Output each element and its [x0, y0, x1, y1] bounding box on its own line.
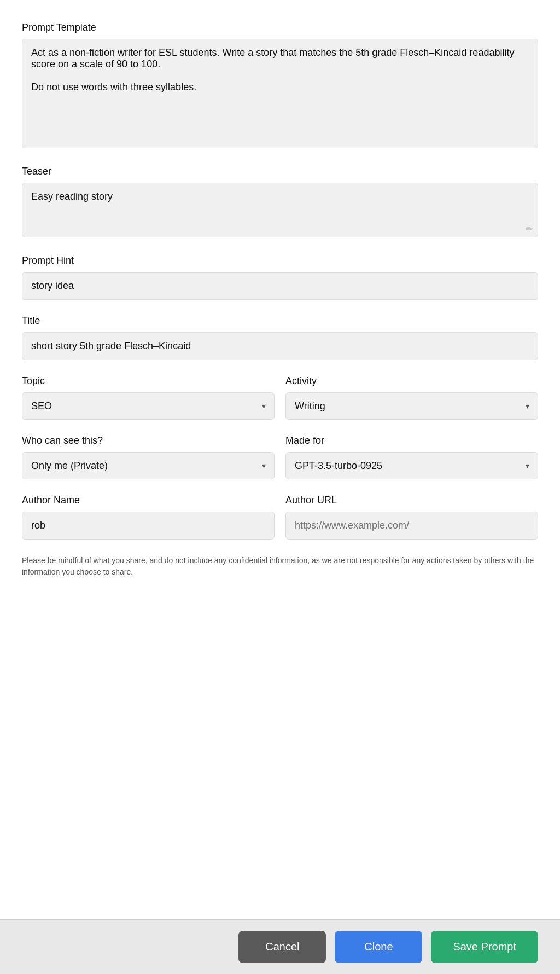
- author-name-label: Author Name: [22, 495, 275, 506]
- visibility-select-wrapper: Only me (Private)Everyone (Public)Friend…: [22, 452, 275, 479]
- made-for-section: Made for GPT-3.5-turbo-0925GPT-4GPT-4oCl…: [285, 435, 538, 479]
- topic-select-wrapper: SEOWritingMarketingEducationOther ▾: [22, 392, 275, 420]
- footer-bar: Cancel Clone Save Prompt: [0, 919, 560, 974]
- teaser-section: Teaser ✏: [22, 166, 538, 240]
- prompt-template-label: Prompt Template: [22, 22, 538, 33]
- visibility-section: Who can see this? Only me (Private)Every…: [22, 435, 275, 479]
- author-name-section: Author Name: [22, 495, 275, 540]
- topic-activity-row: Topic SEOWritingMarketingEducationOther …: [22, 375, 538, 420]
- clone-button[interactable]: Clone: [335, 931, 422, 963]
- topic-section: Topic SEOWritingMarketingEducationOther …: [22, 375, 275, 420]
- prompt-hint-wrapper: [22, 272, 538, 300]
- made-for-select[interactable]: GPT-3.5-turbo-0925GPT-4GPT-4oClaude 3: [285, 452, 538, 479]
- title-section: Title: [22, 315, 538, 360]
- visibility-madefor-row: Who can see this? Only me (Private)Every…: [22, 435, 538, 479]
- prompt-template-textarea[interactable]: [22, 39, 538, 148]
- prompt-template-section: Prompt Template: [22, 22, 538, 150]
- activity-select[interactable]: WritingReadingSpeakingListening: [285, 392, 538, 420]
- made-for-select-wrapper: GPT-3.5-turbo-0925GPT-4GPT-4oClaude 3 ▾: [285, 452, 538, 479]
- author-url-section: Author URL: [285, 495, 538, 540]
- visibility-label: Who can see this?: [22, 435, 275, 447]
- teaser-textarea[interactable]: [22, 183, 538, 237]
- author-name-input[interactable]: [22, 512, 275, 540]
- author-row: Author Name Author URL: [22, 495, 538, 540]
- made-for-label: Made for: [285, 435, 538, 447]
- teaser-label: Teaser: [22, 166, 538, 177]
- prompt-hint-input[interactable]: [22, 272, 538, 300]
- author-url-input[interactable]: [285, 512, 538, 540]
- title-label: Title: [22, 315, 538, 327]
- activity-label: Activity: [285, 375, 538, 387]
- save-prompt-button[interactable]: Save Prompt: [431, 931, 538, 963]
- main-content: Prompt Template Teaser ✏ Prompt Hint Tit…: [0, 0, 560, 919]
- topic-select[interactable]: SEOWritingMarketingEducationOther: [22, 392, 275, 420]
- prompt-hint-label: Prompt Hint: [22, 255, 538, 266]
- author-url-label: Author URL: [285, 495, 538, 506]
- disclaimer-text: Please be mindful of what you share, and…: [22, 555, 538, 578]
- prompt-hint-section: Prompt Hint: [22, 255, 538, 300]
- teaser-wrapper: ✏: [22, 183, 538, 240]
- visibility-select[interactable]: Only me (Private)Everyone (Public)Friend…: [22, 452, 275, 479]
- title-input[interactable]: [22, 332, 538, 360]
- activity-select-wrapper: WritingReadingSpeakingListening ▾: [285, 392, 538, 420]
- cancel-button[interactable]: Cancel: [238, 931, 326, 963]
- topic-label: Topic: [22, 375, 275, 387]
- activity-section: Activity WritingReadingSpeakingListening…: [285, 375, 538, 420]
